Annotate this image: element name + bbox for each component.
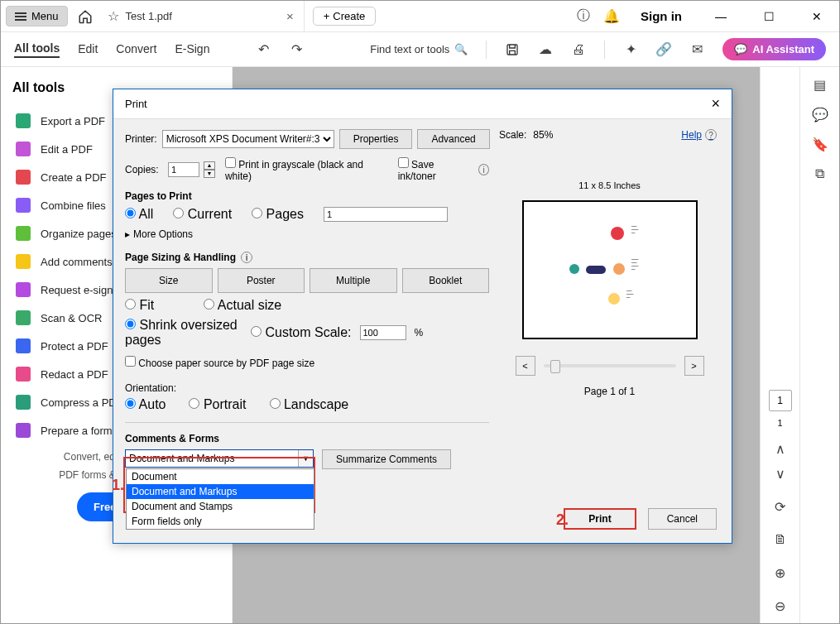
- print-confirm-button[interactable]: Print: [564, 508, 636, 530]
- sidebar-item-label: Combine files: [41, 199, 106, 212]
- page-prev-button[interactable]: <: [516, 356, 535, 376]
- nav-down-icon[interactable]: ∨: [773, 466, 788, 481]
- sidebar-item-label: Add comments: [41, 256, 113, 268]
- cloud-icon[interactable]: ☁: [538, 42, 553, 57]
- dialog-close-button[interactable]: ×: [711, 95, 720, 113]
- saveink-checkbox[interactable]: Save ink/toner: [398, 157, 468, 182]
- nav-up-icon[interactable]: ∧: [773, 441, 788, 456]
- comments-forms-head: Comments & Forms: [125, 433, 489, 444]
- orient-portrait-radio[interactable]: Portrait: [189, 397, 246, 412]
- copies-input[interactable]: [168, 162, 199, 177]
- page-icon[interactable]: 🗎: [773, 532, 788, 547]
- preview-dimensions: 11 x 8.5 Inches: [499, 180, 720, 190]
- save-icon[interactable]: [505, 42, 520, 57]
- sparkle-icon[interactable]: ✦: [623, 42, 638, 57]
- esign-icon: [16, 282, 31, 297]
- chat-icon: 💬: [734, 43, 747, 55]
- hamburger-icon: [15, 12, 26, 21]
- print-cancel-button[interactable]: Cancel: [648, 508, 717, 530]
- undo-icon[interactable]: ↶: [256, 42, 271, 57]
- orient-portrait-label: Portrait: [204, 397, 247, 411]
- tab-esign[interactable]: E-Sign: [175, 42, 209, 57]
- print-icon[interactable]: 🖨: [571, 42, 586, 57]
- create-button[interactable]: +Create: [313, 7, 377, 26]
- copies-spinner[interactable]: ▲▼: [204, 161, 215, 178]
- actual-radio[interactable]: Actual size: [204, 298, 281, 313]
- maximize-button[interactable]: ☐: [751, 3, 786, 30]
- sidebar-item-label: Scan & OCR: [41, 312, 102, 324]
- ai-assistant-button[interactable]: 💬AI Assistant: [722, 38, 826, 60]
- spin-down[interactable]: ▼: [204, 170, 215, 178]
- star-icon[interactable]: ☆: [108, 8, 119, 24]
- help-icon[interactable]: ⓘ: [576, 9, 591, 24]
- link-icon[interactable]: 🔗: [656, 42, 671, 57]
- tab-convert[interactable]: Convert: [116, 42, 156, 57]
- help-link[interactable]: Help?: [681, 129, 717, 141]
- paper-source-checkbox[interactable]: Choose paper source by PDF page size: [125, 356, 489, 369]
- grayscale-checkbox[interactable]: Print in grayscale (black and white): [225, 157, 379, 182]
- annotation-number-1: 1.: [112, 477, 124, 494]
- minimize-button[interactable]: —: [703, 3, 738, 30]
- pages-current-radio[interactable]: Current: [173, 207, 232, 222]
- spin-up[interactable]: ▲: [204, 161, 215, 170]
- zoom-in-icon[interactable]: ⊕: [773, 565, 788, 580]
- redo-icon[interactable]: ↷: [289, 42, 304, 57]
- comments-icon: [16, 254, 31, 269]
- booklet-button[interactable]: Booklet: [402, 268, 490, 293]
- orient-landscape-radio[interactable]: Landscape: [270, 397, 349, 412]
- copy-icon[interactable]: ⧉: [813, 166, 828, 181]
- bell-icon[interactable]: 🔔: [604, 9, 619, 24]
- fit-radio[interactable]: Fit: [125, 298, 154, 313]
- multiple-button[interactable]: Multiple: [310, 268, 397, 293]
- cf-option-document[interactable]: Document: [127, 469, 314, 484]
- panel-icon-1[interactable]: ▤: [813, 77, 828, 92]
- shrink-radio[interactable]: Shrink oversized pages: [125, 318, 242, 348]
- plus-icon: +: [324, 10, 330, 22]
- preview-text: ━━━━━━━━━: [626, 290, 668, 300]
- orient-auto-radio[interactable]: Auto: [125, 397, 166, 412]
- sidebar-item-label: Export a PDF: [41, 115, 105, 127]
- comments-forms-dropdown: Document Document and Markups Document a…: [126, 468, 314, 530]
- pages-all-radio[interactable]: All: [125, 207, 153, 222]
- advanced-button[interactable]: Advanced: [417, 129, 489, 149]
- custom-radio[interactable]: Custom Scale:: [251, 325, 352, 340]
- signin-link[interactable]: Sign in: [641, 9, 682, 23]
- mail-icon[interactable]: ✉: [689, 42, 704, 57]
- size-button[interactable]: Size: [125, 268, 213, 293]
- pages-range-radio[interactable]: Pages: [252, 207, 304, 222]
- sizing-label: Page Sizing & Handling: [125, 252, 236, 263]
- cf-option-stamps[interactable]: Document and Stamps: [127, 499, 314, 514]
- actual-label: Actual size: [218, 298, 281, 312]
- info-icon[interactable]: i: [241, 252, 252, 263]
- cf-option-formfields[interactable]: Form fields only: [127, 514, 314, 529]
- preview-text: ━━━━━━━━━: [631, 225, 673, 235]
- tab-edit[interactable]: Edit: [78, 42, 98, 57]
- tab-close-button[interactable]: ×: [286, 9, 294, 23]
- zoom-out-icon[interactable]: ⊖: [773, 598, 788, 613]
- home-button[interactable]: [73, 4, 98, 29]
- page-next-button[interactable]: >: [684, 356, 704, 376]
- printer-select[interactable]: Microsoft XPS Document Writer#:3: [162, 130, 334, 148]
- search-box[interactable]: Find text or tools🔍: [370, 43, 468, 55]
- bookmark-icon[interactable]: 🔖: [813, 137, 828, 151]
- close-button[interactable]: ✕: [799, 3, 834, 30]
- document-tab[interactable]: ☆ Test 1.pdf ×: [98, 1, 305, 32]
- summarize-comments-button[interactable]: Summarize Comments: [322, 449, 451, 469]
- custom-scale-input[interactable]: [360, 325, 406, 340]
- poster-button[interactable]: Poster: [218, 268, 305, 293]
- info-icon[interactable]: i: [478, 164, 489, 175]
- preview-text: ━━━━━━━━━━━━━: [631, 258, 673, 271]
- properties-button[interactable]: Properties: [339, 129, 413, 149]
- dialog-titlebar: Print ×: [113, 89, 732, 119]
- more-options-toggle[interactable]: ▸ More Options: [125, 228, 489, 240]
- refresh-icon[interactable]: ⟳: [773, 499, 788, 514]
- cf-option-markups[interactable]: Document and Markups: [127, 484, 314, 499]
- menu-button[interactable]: Menu: [6, 6, 68, 26]
- page-thumbnail[interactable]: 1: [769, 390, 792, 411]
- page-slider[interactable]: [544, 364, 676, 367]
- tab-all-tools[interactable]: All tools: [14, 41, 60, 58]
- orient-landscape-label: Landscape: [284, 397, 348, 411]
- chat-panel-icon[interactable]: 💬: [813, 107, 828, 122]
- pages-range-input[interactable]: [324, 207, 448, 222]
- toolbar: All tools Edit Convert E-Sign ↶ ↷ Find t…: [1, 32, 839, 67]
